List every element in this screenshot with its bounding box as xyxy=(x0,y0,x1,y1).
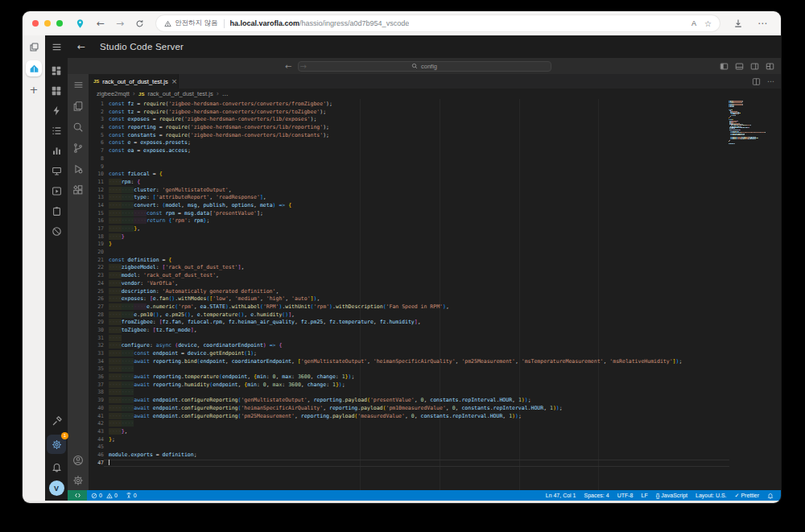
code-line[interactable]: 34········await reporting.bind(endpoint,… xyxy=(89,358,781,366)
code-line[interactable]: 29····fromZigbee: [fz.fan, fzLocal.rpm, … xyxy=(89,319,781,327)
status-keyboard-layout[interactable]: Layout: U.S. xyxy=(691,493,731,498)
ha-blocked-item-icon[interactable] xyxy=(52,225,62,237)
code-line[interactable]: 7const ea = exposes.access; xyxy=(89,147,781,155)
code-line[interactable]: 10const fzLocal = { xyxy=(89,171,781,179)
code-line[interactable]: 3const exposes = require('zigbee-herdsma… xyxy=(89,116,781,124)
ha-energy-icon[interactable] xyxy=(52,105,62,117)
code-line[interactable]: 13········type: ['attributeReport', 'rea… xyxy=(89,194,781,202)
extensions-icon[interactable] xyxy=(72,184,84,196)
code-line[interactable]: 31···· xyxy=(89,335,781,343)
code-line[interactable]: 4const reporting = require('zigbee-herds… xyxy=(89,124,781,132)
code-line[interactable]: 36········await reporting.temperature(en… xyxy=(89,373,781,381)
ha-todo-icon[interactable] xyxy=(52,205,62,217)
toggle-panel-icon[interactable] xyxy=(735,62,744,71)
accounts-icon[interactable] xyxy=(72,454,84,466)
minimize-window-button[interactable] xyxy=(44,20,51,27)
code-line[interactable]: 47 xyxy=(89,460,781,468)
ha-sidebar-menu-icon[interactable] xyxy=(45,42,68,52)
editor-forward-icon[interactable]: → xyxy=(299,62,306,71)
ha-media-server-icon[interactable] xyxy=(52,165,62,177)
code-line[interactable]: 6const e = exposes.presets; xyxy=(89,139,781,147)
active-tab-home-assistant[interactable] xyxy=(26,60,42,76)
manage-gear-icon[interactable] xyxy=(72,474,84,486)
toggle-secondary-sidebar-icon[interactable] xyxy=(750,62,759,71)
read-aloud-icon[interactable]: A xyxy=(691,19,696,27)
split-editor-icon[interactable] xyxy=(752,77,761,86)
status-indentation[interactable]: Spaces: 4 xyxy=(580,493,613,498)
notifications-bell-icon[interactable] xyxy=(763,493,778,499)
ha-back-button[interactable]: ← xyxy=(77,41,85,52)
code-line[interactable]: 9 xyxy=(89,163,781,171)
code-line[interactable]: 20 xyxy=(89,249,781,257)
code-line[interactable]: 42········ xyxy=(89,420,781,428)
code-line[interactable]: 8 xyxy=(89,155,781,163)
bookmark-star-icon[interactable]: ☆ xyxy=(704,19,712,28)
status-formatter[interactable]: ✓ Prettier xyxy=(731,493,763,499)
code-line[interactable]: 14········convert: (model, msg, publish,… xyxy=(89,202,781,210)
code-editor[interactable]: 1const fz = require('zigbee-herdsman-con… xyxy=(89,99,781,490)
problems-status[interactable]: 0 0 xyxy=(87,493,122,499)
browser-forward-button[interactable]: → xyxy=(110,19,130,28)
browser-pin-icon[interactable] xyxy=(69,19,91,29)
ha-developer-tools-icon[interactable] xyxy=(52,415,62,427)
ha-settings-item[interactable]: 1 xyxy=(47,435,66,454)
code-line[interactable]: 22····zigbeeModel: ['rack_out_of_dust_te… xyxy=(89,264,781,272)
command-center-search[interactable]: config xyxy=(298,61,551,72)
code-line[interactable]: 25····description: 'Automatically genera… xyxy=(89,288,781,296)
breadcrumb-folder[interactable]: zigbee2mqtt xyxy=(97,90,130,97)
code-line[interactable]: 45 xyxy=(89,443,781,452)
code-line[interactable]: 26····exposes: [e.fan().withModes(['low'… xyxy=(89,295,781,303)
tab-close-icon[interactable]: × xyxy=(171,77,178,85)
ha-overview-icon[interactable] xyxy=(51,64,62,76)
tab-rack-out-of-dust-test[interactable]: JS rack_out_of_dust_test.js × xyxy=(89,74,179,89)
code-line[interactable]: 28········e.pm10(), e.pm25(), e.temperat… xyxy=(89,311,781,320)
code-line[interactable]: 39········await endpoint.configureReport… xyxy=(89,397,781,405)
code-line[interactable]: 32····configure: async (device, coordina… xyxy=(89,342,781,350)
code-line[interactable]: 30····toZigbee: [tz.fan_mode], xyxy=(89,327,781,335)
ha-media-icon[interactable] xyxy=(52,185,62,197)
code-line[interactable]: 44}; xyxy=(89,436,781,444)
code-line[interactable]: 1const fz = require('zigbee-herdsman-con… xyxy=(89,101,781,109)
ha-logbook-icon[interactable] xyxy=(52,125,62,137)
run-debug-icon[interactable] xyxy=(72,163,84,175)
code-line[interactable]: 5const constants = require('zigbee-herds… xyxy=(89,132,781,140)
ha-history-icon[interactable] xyxy=(52,145,62,157)
editor-more-actions-icon[interactable]: ⋯ xyxy=(767,77,774,85)
code-line[interactable]: 12········cluster: 'genMultistateOutput'… xyxy=(89,187,781,195)
code-line[interactable]: 18····} xyxy=(89,233,781,241)
explorer-icon[interactable] xyxy=(72,100,84,112)
code-line[interactable]: 11····rpm: { xyxy=(89,179,781,187)
customize-layout-icon[interactable] xyxy=(766,62,774,71)
code-line[interactable]: 41········await endpoint.configureReport… xyxy=(89,413,781,421)
code-line[interactable]: 23····model: 'rack_out_of_dust_test', xyxy=(89,272,781,280)
browser-menu-icon[interactable]: ⋯ xyxy=(752,19,773,28)
address-bar[interactable]: 안전하지 않음 ha.local.varofla.com/hassio/ingr… xyxy=(156,15,720,31)
code-line[interactable]: 15············const rpm = msg.data['pres… xyxy=(89,210,781,218)
toggle-sidebar-icon[interactable] xyxy=(720,62,729,71)
status-encoding[interactable]: UTF-8 xyxy=(613,493,638,498)
ha-dashboard-grid-icon[interactable] xyxy=(51,85,62,97)
maximize-window-button[interactable] xyxy=(56,20,63,27)
search-icon[interactable] xyxy=(72,121,84,133)
code-line[interactable]: 35········ xyxy=(89,365,781,373)
ports-status[interactable]: 0 xyxy=(122,493,141,499)
code-line[interactable]: 43····}, xyxy=(89,428,781,436)
tab-list-icon[interactable] xyxy=(29,42,39,52)
code-line[interactable]: 21const definition = { xyxy=(89,257,781,265)
breadcrumb-symbol[interactable]: … xyxy=(222,90,229,97)
application-menu-icon[interactable] xyxy=(73,79,84,91)
source-control-icon[interactable] xyxy=(72,142,84,154)
code-line[interactable]: 33········const endpoint = device.getEnd… xyxy=(89,350,781,358)
breadcrumb-file[interactable]: rack_out_of_dust_test.js xyxy=(147,90,213,97)
code-line[interactable]: 46module.exports = definition; xyxy=(89,452,781,460)
remote-indicator[interactable] xyxy=(68,490,87,501)
code-line[interactable]: 17········}, xyxy=(89,225,781,233)
ha-user-avatar[interactable]: V xyxy=(49,480,64,496)
code-line[interactable]: 27············e.numeric('rpm', ea.STATE)… xyxy=(89,303,781,311)
code-line[interactable]: 16············return {'rpm': rpm}; xyxy=(89,217,781,225)
code-line[interactable]: 40········await endpoint.configureReport… xyxy=(89,405,781,413)
code-line[interactable]: 37········await reporting.humidity(endpo… xyxy=(89,381,781,390)
code-line[interactable]: 19} xyxy=(89,241,781,249)
code-line[interactable]: 2const tz = require('zigbee-herdsman-con… xyxy=(89,109,781,117)
status-language[interactable]: {} JavaScript xyxy=(652,493,691,498)
